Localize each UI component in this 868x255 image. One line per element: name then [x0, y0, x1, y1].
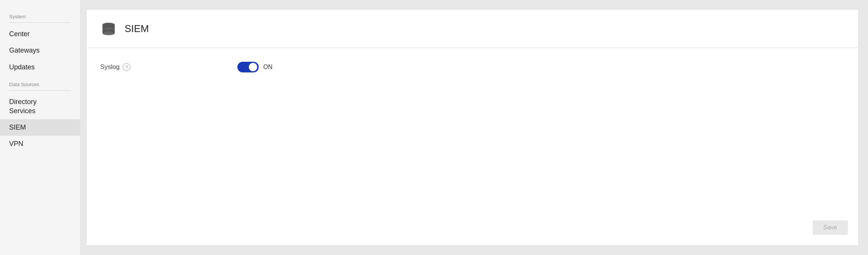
sidebar-item-vpn[interactable]: VPN [0, 136, 80, 152]
system-section-label: System [0, 8, 80, 22]
data-sources-divider [9, 90, 71, 91]
save-button[interactable]: Save [813, 220, 848, 235]
card-header: SIEM [86, 10, 858, 48]
toggle-thumb [249, 63, 257, 71]
page-title: SIEM [125, 23, 149, 35]
sidebar-item-center[interactable]: Center [0, 26, 80, 42]
siem-icon [100, 20, 117, 37]
content-card: SIEM Syslog ? ON [86, 9, 859, 246]
syslog-row: Syslog ? ON [100, 62, 845, 72]
syslog-help-icon[interactable]: ? [123, 63, 130, 71]
syslog-label: Syslog ? [100, 63, 215, 71]
data-sources-section-label: Data Sources [0, 75, 80, 90]
toggle-track [237, 62, 259, 72]
sidebar-item-updates[interactable]: Updates [0, 59, 80, 75]
sidebar-item-siem[interactable]: SIEM [0, 119, 80, 136]
save-btn-container: Save [813, 220, 848, 235]
syslog-toggle-container: ON [237, 62, 272, 72]
system-divider [9, 22, 71, 23]
sidebar-item-gateways[interactable]: Gateways [0, 42, 80, 59]
toggle-state-label: ON [263, 64, 272, 71]
syslog-toggle[interactable] [237, 62, 259, 72]
svg-point-4 [102, 31, 115, 35]
sidebar-item-directory-services[interactable]: DirectoryServices [0, 94, 80, 119]
main-content: SIEM Syslog ? ON [80, 0, 868, 255]
sidebar: System Center Gateways Updates Data Sour… [0, 0, 80, 255]
card-body: Syslog ? ON Save [86, 48, 858, 245]
